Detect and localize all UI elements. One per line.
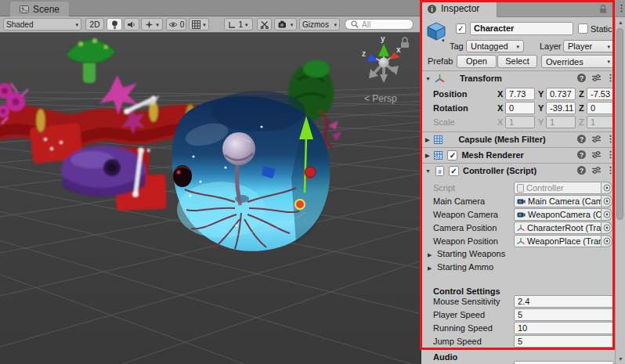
help-icon[interactable]: ? — [576, 165, 587, 175]
rotation-x-field[interactable]: 0 — [505, 102, 535, 114]
scrollbar-thumb[interactable] — [616, 28, 623, 220]
draw-mode-dropdown[interactable]: Shaded▾ — [3, 18, 81, 31]
search-icon — [351, 20, 359, 28]
tag-dropdown[interactable]: Untagged▾ — [466, 40, 524, 52]
help-icon[interactable]: ? — [576, 73, 587, 83]
controller-enabled-checkbox[interactable]: ✓ — [449, 166, 459, 176]
chevron-down-icon: ▾ — [203, 22, 206, 27]
rotation-z-field[interactable]: 0 — [587, 102, 615, 114]
lightbulb-icon — [110, 20, 119, 30]
inspector-menu-icon[interactable]: ⋮ — [617, 3, 625, 13]
position-y-field[interactable]: 0.737 — [546, 88, 576, 100]
weapon-camera-object-field[interactable]: WeaponCamera (Ca — [514, 208, 602, 221]
mesh-renderer-icon — [433, 150, 443, 160]
foldout-closed-icon[interactable]: ▶ — [428, 265, 432, 271]
weapon-position-object-field[interactable]: WeaponPlace (Tran — [514, 235, 602, 247]
layer-dropdown[interactable]: Player▾ — [563, 40, 615, 52]
scene-search-input[interactable]: All — [345, 19, 414, 30]
scene-toolbar: Shaded▾ 2D ▾ 0 ▾ 1 — [0, 16, 421, 33]
camera-settings-dropdown[interactable]: ▾ — [274, 18, 297, 31]
foldout-closed-icon[interactable]: ▶ — [425, 137, 429, 142]
mesh-filter-icon — [433, 135, 443, 145]
icon-picker-chevron[interactable]: ▾ — [442, 38, 445, 43]
camera-icon — [517, 211, 526, 218]
tag-label: Tag — [450, 41, 464, 51]
scale-z-field[interactable]: 1 — [587, 116, 615, 128]
object-picker-icon[interactable] — [602, 222, 612, 234]
object-picker-icon[interactable] — [602, 195, 612, 207]
component-menu-icon[interactable]: ⋮ — [606, 134, 615, 144]
component-menu-icon[interactable]: ⋮ — [606, 165, 615, 175]
scene-tab-label: Scene — [33, 4, 60, 15]
prefab-open-button[interactable]: Open — [457, 55, 497, 68]
starting-weapons-foldout[interactable]: Starting Weapons — [437, 249, 505, 258]
script-object-field: Controller — [514, 182, 602, 194]
position-x-field[interactable]: 7.73 — [505, 88, 535, 100]
position-z-field[interactable]: -7.53 — [587, 88, 615, 100]
jump-speed-field[interactable]: 5 — [514, 335, 614, 348]
scene-visibility-toggle[interactable]: 0 — [166, 18, 186, 31]
presets-icon[interactable] — [591, 135, 602, 143]
help-icon[interactable]: ? — [576, 150, 587, 160]
scroll-down-icon[interactable]: ▼ — [616, 356, 625, 362]
camera-position-object-field[interactable]: CharacterRoot (Tran — [514, 222, 602, 234]
object-picker-icon[interactable] — [602, 208, 612, 221]
player-speed-label: Player Speed — [433, 310, 485, 319]
starting-ammo-foldout[interactable]: Starting Ammo — [437, 262, 493, 272]
help-icon[interactable]: ? — [576, 134, 587, 144]
transform-icon — [517, 224, 525, 232]
rotation-y-field[interactable]: -39.11 — [546, 102, 576, 114]
persp-label[interactable]: < Persp — [364, 93, 397, 104]
foldout-open-icon[interactable]: ▼ — [425, 76, 431, 81]
grid-visibility-dropdown[interactable]: ▾ — [189, 18, 209, 31]
scroll-up-icon[interactable]: ▲ — [616, 20, 625, 25]
transform-title: Transform — [460, 74, 502, 83]
scissors-icon — [260, 20, 269, 29]
gizmos-dropdown[interactable]: Gizmos ▾ — [299, 18, 340, 31]
chevron-down-icon: ▾ — [156, 22, 159, 27]
tab-inspector[interactable]: i Inspector — [421, 0, 497, 17]
2d-toggle-button[interactable]: 2D — [85, 18, 104, 31]
rotation-label: Rotation — [433, 103, 468, 113]
component-menu-icon[interactable]: ⋮ — [606, 150, 615, 160]
cut-tool-button[interactable] — [257, 18, 272, 31]
main-camera-object-field[interactable]: Main Camera (Came — [514, 195, 602, 207]
effects-star-icon — [145, 20, 154, 29]
scale-x-field[interactable]: 1 — [505, 116, 535, 128]
effects-dropdown[interactable]: ▾ — [141, 18, 163, 31]
player-speed-field[interactable]: 5 — [514, 308, 614, 321]
gameobject-name-field[interactable]: Character — [470, 22, 573, 35]
scale-y-field[interactable]: 1 — [546, 116, 576, 128]
scene-viewport[interactable]: y x z < Persp — [0, 33, 421, 364]
lighting-toggle-button[interactable] — [107, 18, 122, 31]
axis-x-label: x — [396, 45, 401, 54]
object-picker-icon[interactable] — [602, 235, 612, 247]
running-speed-label: Running Speed — [433, 323, 493, 333]
foldout-closed-icon[interactable]: ▶ — [425, 153, 429, 158]
mesh-renderer-enabled-checkbox[interactable]: ✓ — [447, 150, 457, 160]
static-checkbox[interactable] — [578, 23, 588, 34]
info-icon: i — [427, 4, 437, 14]
presets-icon[interactable] — [591, 74, 602, 82]
presets-icon[interactable] — [591, 150, 602, 159]
presets-icon[interactable] — [591, 166, 602, 175]
weapon-camera-label: Weapon Camera — [433, 210, 498, 219]
layer-label: Layer — [540, 41, 562, 51]
foldout-open-icon[interactable]: ▼ — [425, 168, 431, 174]
prefab-label: Prefab — [428, 56, 453, 66]
audio-toggle-button[interactable] — [124, 18, 139, 31]
active-checkbox[interactable]: ✓ — [456, 23, 466, 34]
prefab-overrides-dropdown[interactable]: Overrides▾ — [541, 55, 615, 68]
lock-icon[interactable] — [598, 4, 608, 14]
prefab-select-button[interactable]: Select — [497, 55, 537, 68]
component-menu-icon[interactable]: ⋮ — [606, 73, 615, 83]
mouse-sensitivity-field[interactable]: 2.4 — [514, 295, 614, 308]
object-picker-icon[interactable] — [602, 182, 612, 194]
running-speed-field[interactable]: 10 — [514, 322, 614, 334]
foldout-closed-icon[interactable]: ▶ — [428, 252, 432, 258]
speaker-icon — [127, 20, 136, 29]
grid-icon — [192, 20, 201, 29]
grid-snap-dropdown[interactable]: 1 ▾ — [224, 18, 253, 31]
audio-field-partial[interactable] — [514, 361, 614, 364]
tab-scene[interactable]: Scene — [10, 2, 69, 17]
